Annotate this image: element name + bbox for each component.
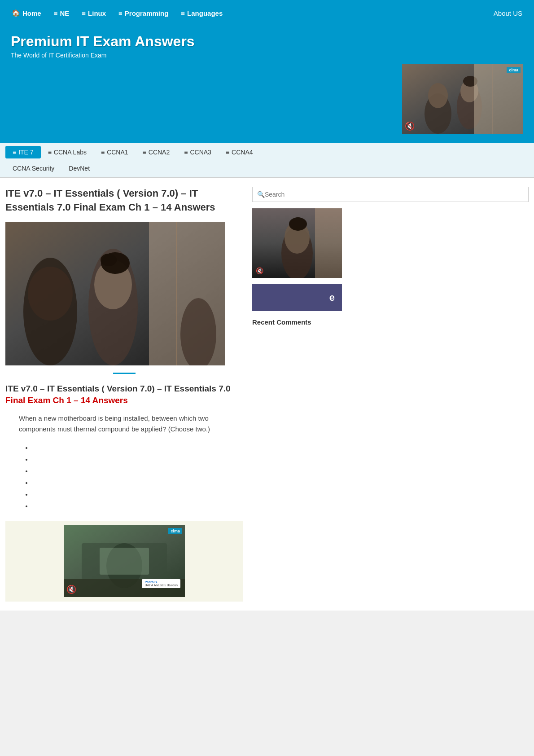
article-body: When a new motherboard is being installe… (5, 413, 243, 435)
video-mute-icon[interactable]: 🔇 (405, 121, 415, 131)
nav-languages-label: Languages (187, 9, 223, 17)
secondary-nav: ≡ ITE 7 ≡ CCNA Labs ≡ CCNA1 ≡ CCNA2 ≡ CC… (0, 143, 534, 178)
article-title: ITE v7.0 – IT Essentials ( Version 7.0) … (5, 187, 243, 215)
nav-ccna-security[interactable]: CCNA Security (5, 163, 61, 174)
video-brand-overlay: cima (507, 67, 521, 73)
home-icon: 🏠 (12, 9, 20, 17)
header-video-scene (402, 64, 523, 134)
svg-rect-6 (474, 64, 523, 134)
bottom-video-wrap: cima 🔇 Pedro B. U47 A Ana satu da reun (5, 521, 243, 602)
svg-rect-7 (492, 64, 493, 134)
divider-line (113, 373, 136, 374)
list-item (32, 465, 243, 477)
bottom-video[interactable]: cima 🔇 Pedro B. U47 A Ana satu da reun (64, 525, 185, 597)
svg-point-14 (101, 254, 117, 266)
article-subtitle-highlight: Final Exam Ch 1 – 14 Answers (5, 396, 128, 405)
menu-icon-linux: ≡ (82, 9, 86, 17)
menu-icon-ccna2: ≡ (143, 149, 146, 156)
menu-icon-ccna4: ≡ (226, 149, 229, 156)
main-video-svg (5, 222, 225, 365)
nav-ccna2[interactable]: ≡ CCNA2 (136, 146, 177, 158)
nav-linux[interactable]: ≡ Linux (75, 9, 112, 17)
nav-ne[interactable]: ≡ NE (48, 9, 76, 17)
nav-ccna-security-label: CCNA Security (13, 165, 54, 172)
recent-comments-title: Recent Comments (252, 318, 529, 326)
list-item (32, 500, 243, 512)
nav-programming[interactable]: ≡ Programming (112, 9, 175, 17)
list-item (32, 442, 243, 453)
chat-bubble: Pedro B. U47 A Ana satu da reun (142, 579, 180, 588)
main-video[interactable] (5, 222, 225, 365)
bottom-video-mute[interactable]: 🔇 (66, 585, 76, 594)
nav-ite7-label: ITE 7 (18, 149, 33, 156)
nav-ccna3[interactable]: ≡ CCNA3 (177, 146, 219, 158)
menu-icon-ite7: ≡ (13, 149, 16, 156)
menu-icon-programming: ≡ (118, 9, 123, 17)
nav-home-label: Home (22, 9, 41, 17)
list-item (32, 488, 243, 500)
sidebar-video-svg (252, 208, 342, 278)
site-title: Premium IT Exam Answers (11, 33, 195, 50)
sidebar-col: 🔍 🔇 (252, 187, 529, 602)
search-input[interactable] (265, 191, 524, 198)
search-box-container: 🔍 (252, 187, 529, 202)
main-col: ITE v7.0 – IT Essentials ( Version 7.0) … (5, 187, 243, 602)
secondary-nav-row2: CCNA Security DevNet (0, 161, 534, 177)
nav-ite7[interactable]: ≡ ITE 7 (5, 146, 41, 158)
menu-icon-ccna3: ≡ (184, 149, 188, 156)
menu-icon-languages: ≡ (181, 9, 185, 17)
nav-ccna-labs-label: CCNA Labs (54, 149, 87, 156)
menu-icon-ccna1: ≡ (101, 149, 105, 156)
sidebar-ad[interactable]: e (252, 284, 342, 311)
nav-about-label: About US (494, 9, 522, 17)
nav-ccna1[interactable]: ≡ CCNA1 (94, 146, 136, 158)
list-item (32, 453, 243, 465)
recent-comments-section: Recent Comments (252, 318, 529, 326)
svg-point-26 (289, 217, 307, 231)
menu-icon-ccna-labs: ≡ (48, 149, 52, 156)
article-subtitle-plain: ITE v7.0 – IT Essentials ( Version 7.0) … (5, 384, 231, 393)
menu-icon-ne: ≡ (54, 9, 58, 17)
article-subtitle: ITE v7.0 – IT Essentials ( Version 7.0) … (5, 383, 243, 407)
header-video-thumb[interactable]: cima 🔇 (402, 64, 523, 134)
nav-ccna3-label: CCNA3 (190, 149, 211, 156)
svg-point-2 (428, 83, 448, 108)
header-banner: Premium IT Exam Answers The World of IT … (0, 26, 534, 143)
site-subtitle: The World of IT Certification Exam (11, 52, 106, 59)
sidebar-video[interactable]: 🔇 (252, 208, 342, 278)
nav-devnet[interactable]: DevNet (61, 163, 97, 174)
chat-name: Pedro B. (144, 580, 178, 584)
nav-ccna1-label: CCNA1 (107, 149, 128, 156)
sidebar-ad-letter: e (329, 292, 335, 303)
nav-ne-label: NE (60, 9, 69, 17)
nav-about[interactable]: About US (487, 9, 529, 17)
nav-ccna2-label: CCNA2 (149, 149, 170, 156)
nav-devnet-label: DevNet (69, 165, 90, 172)
top-nav: 🏠 Home ≡ NE ≡ Linux ≡ Programming ≡ Lang… (0, 0, 534, 26)
list-item (32, 477, 243, 488)
nav-ccna-labs[interactable]: ≡ CCNA Labs (41, 146, 94, 158)
bottom-video-brand: cima (168, 528, 182, 534)
nav-home[interactable]: 🏠 Home (5, 9, 48, 17)
svg-rect-21 (100, 548, 149, 575)
secondary-nav-row1: ≡ ITE 7 ≡ CCNA Labs ≡ CCNA1 ≡ CCNA2 ≡ CC… (0, 143, 534, 161)
nav-linux-label: Linux (88, 9, 106, 17)
nav-ccna4[interactable]: ≡ CCNA4 (219, 146, 260, 158)
bullet-list (5, 442, 243, 512)
sidebar-video-mute[interactable]: 🔇 (256, 267, 263, 274)
nav-ccna4-label: CCNA4 (232, 149, 253, 156)
svg-point-10 (28, 267, 73, 321)
header-video-svg (402, 64, 523, 134)
svg-rect-16 (176, 222, 177, 365)
main-wrapper: ITE v7.0 – IT Essentials ( Version 7.0) … (0, 178, 534, 611)
search-icon: 🔍 (257, 191, 265, 198)
nav-programming-label: Programming (125, 9, 169, 17)
chat-text: U47 A Ana satu da reun (144, 584, 178, 587)
nav-languages[interactable]: ≡ Languages (175, 9, 229, 17)
svg-rect-27 (315, 208, 342, 278)
